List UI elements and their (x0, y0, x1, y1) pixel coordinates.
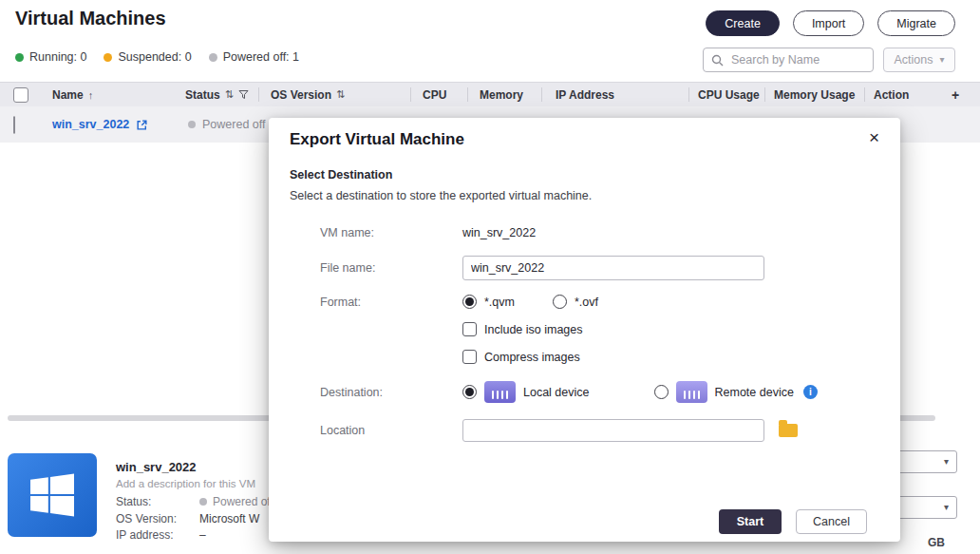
destination-option-remote[interactable]: Remote device (654, 381, 794, 403)
column-header-cpu-usage: CPU Usage (698, 83, 760, 106)
vm-status-summary: Running: 0 Suspended: 0 Powered off: 1 (15, 50, 299, 64)
column-label: Action (874, 88, 909, 102)
row-checkbox[interactable] (13, 117, 15, 134)
vm-name-link[interactable]: win_srv_2022 (52, 118, 129, 131)
search-icon (711, 54, 724, 67)
column-header-name[interactable]: Name ↑ (52, 83, 93, 106)
dialog-title: Export Virtual Machine (290, 130, 464, 149)
running-label: Running: 0 (29, 50, 86, 64)
column-header-status[interactable]: Status ⇅ (185, 83, 249, 106)
file-name-label: File name: (320, 261, 462, 275)
checkbox-icon (13, 116, 15, 134)
plus-icon: + (952, 87, 959, 103)
column-header-os-version[interactable]: OS Version ⇅ (271, 83, 345, 106)
folder-browse-icon[interactable] (779, 424, 798, 437)
column-divider (688, 87, 689, 102)
start-button[interactable]: Start (719, 509, 782, 534)
column-header-action: Action (874, 83, 909, 106)
table-header: Name ↑ Status ⇅ OS Version ⇅ CPU Memory … (0, 82, 980, 107)
info-icon[interactable] (803, 385, 818, 399)
running-dot-icon (15, 53, 24, 62)
destination-option-label: Remote device (715, 386, 794, 399)
format-option-label: *.qvm (484, 296, 515, 309)
location-row: Location (320, 419, 879, 442)
format-option-label: *.ovf (575, 296, 598, 309)
file-name-input[interactable] (462, 256, 764, 280)
external-link-icon[interactable] (136, 119, 148, 131)
location-input[interactable] (462, 419, 764, 442)
windows-logo-icon (30, 473, 74, 517)
details-field-os-version: OS Version: Microsoft W (116, 512, 259, 525)
local-device-icon (484, 381, 516, 403)
details-field-ip-address: IP address: – (116, 528, 206, 542)
chevron-down-icon: ▾ (944, 503, 949, 512)
actions-label: Actions (894, 53, 933, 67)
export-vm-dialog: Export Virtual Machine × Select Destinat… (269, 118, 900, 542)
create-button[interactable]: Create (706, 10, 780, 36)
section-subtitle: Select a destination to store the export… (290, 189, 592, 202)
field-value: – (199, 528, 206, 542)
cancel-button[interactable]: Cancel (796, 509, 867, 534)
virtual-machines-page: Virtual Machines Create Import Migrate R… (0, 0, 980, 554)
radio-checked-icon (462, 385, 477, 399)
top-bar: Virtual Machines Create Import Migrate (0, 0, 980, 46)
powered-off-dot-icon (209, 53, 217, 62)
suspended-dot-icon (104, 53, 112, 62)
sort-both-icon: ⇅ (336, 88, 345, 101)
vm-os-tile (8, 453, 97, 537)
dialog-buttons: Start Cancel (719, 509, 867, 534)
format-row: Format: *.qvm *.ovf (320, 295, 879, 309)
migrate-button[interactable]: Migrate (877, 10, 955, 36)
radio-unchecked-icon (553, 295, 567, 309)
format-option-ovf[interactable]: *.ovf (553, 295, 598, 309)
vm-name-row: VM name: win_srv_2022 (320, 226, 879, 239)
details-vm-name: win_srv_2022 (116, 460, 197, 474)
details-description[interactable]: Add a description for this VM (116, 478, 255, 489)
status-text: Powered off (202, 118, 265, 131)
column-divider (864, 87, 865, 102)
column-label: Memory (480, 88, 523, 102)
sort-asc-icon: ↑ (88, 89, 94, 101)
close-icon[interactable]: × (861, 124, 887, 152)
search-box[interactable] (703, 48, 874, 72)
page-title: Virtual Machines (15, 8, 166, 29)
filter-funnel-icon[interactable] (238, 89, 249, 100)
checkbox-label: Compress images (484, 351, 580, 364)
location-label: Location (320, 424, 462, 437)
actions-button[interactable]: Actions ▾ (883, 48, 955, 72)
powered-off-count: Powered off: 1 (209, 50, 299, 64)
checkbox-label: Include iso images (484, 323, 583, 336)
column-divider (410, 87, 411, 102)
vm-name-label: VM name: (320, 226, 462, 239)
sort-both-icon: ⇅ (225, 88, 234, 101)
column-divider (258, 87, 259, 102)
running-count: Running: 0 (15, 50, 86, 64)
column-divider (467, 87, 468, 102)
compress-images-checkbox[interactable]: Compress images (462, 350, 580, 364)
select-all-checkbox[interactable] (13, 83, 28, 106)
include-iso-checkbox[interactable]: Include iso images (462, 322, 583, 336)
column-label: IP Address (556, 88, 614, 102)
chevron-down-icon: ▾ (939, 55, 944, 65)
add-column-button[interactable]: + (952, 83, 959, 106)
format-option-qvm[interactable]: *.qvm (462, 295, 515, 309)
destination-option-label: Local device (523, 386, 590, 399)
import-button[interactable]: Import (793, 10, 864, 36)
search-input[interactable] (729, 52, 865, 67)
column-label: Status (185, 88, 220, 102)
column-header-ip-address: IP Address (556, 83, 614, 106)
destination-option-local[interactable]: Local device (462, 381, 590, 403)
format-label: Format: (320, 296, 462, 309)
column-label: CPU (423, 88, 446, 102)
field-value: Microsoft W (199, 512, 259, 525)
radio-checked-icon (462, 295, 477, 309)
chevron-down-icon: ▾ (944, 457, 949, 467)
column-label: Memory Usage (774, 88, 855, 102)
checkbox-icon (462, 350, 477, 364)
field-label: OS Version: (116, 512, 199, 525)
status-dot-icon (199, 498, 207, 506)
vm-name-value: win_srv_2022 (462, 226, 536, 239)
details-field-status: Status: Powered off (116, 495, 273, 508)
destination-row: Destination: Local device Remote device (320, 381, 879, 403)
row-status: Powered off (188, 106, 265, 143)
